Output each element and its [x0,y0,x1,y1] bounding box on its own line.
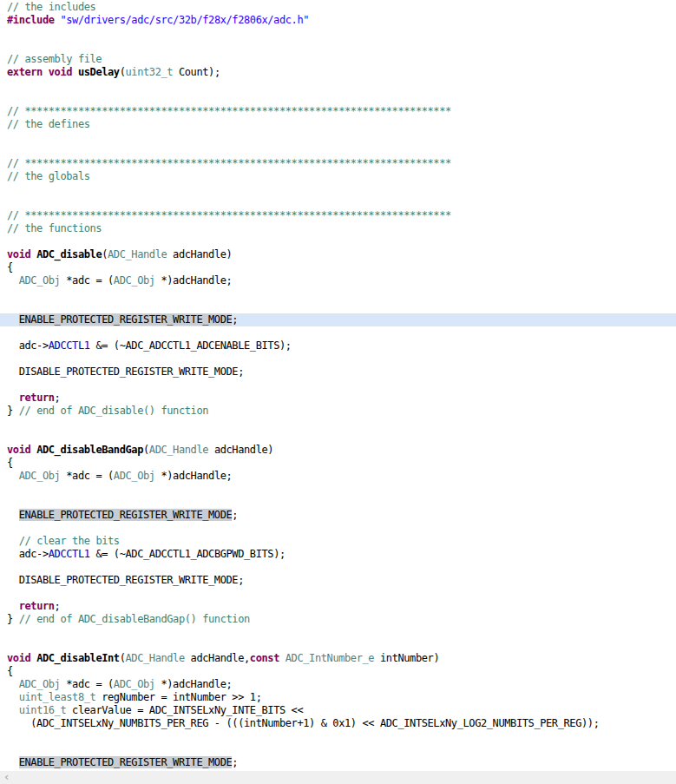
code-token: ADC_Obj [19,274,61,287]
code-line [0,235,676,248]
code-line [0,326,676,339]
code-line: uint_least8_t regNumber = intNumber >> 1… [0,691,676,704]
code-line [0,483,676,496]
horizontal-scrollbar[interactable]: ‹ [0,771,676,784]
code-line: } // end of ADC_disableBandGap() functio… [0,613,676,626]
code-token: ; [232,313,238,326]
code-line [0,300,676,313]
code-line: adc->ADCCTL1 &= (~ADC_ADCCTL1_ADCBGPWD_B… [0,548,676,561]
code-line: // clear the bits [0,535,676,548]
code-token: ADC_Handle [126,652,185,664]
code-token: // end of ADC_disable() function [19,405,208,417]
code-token: void [49,66,72,78]
code-token [279,652,285,664]
code-token: ADC_Obj [114,274,155,287]
code-line: } // end of ADC_disable() function [0,405,676,418]
code-token: // the defines [7,118,90,130]
code-token: ADC_Obj [114,678,155,690]
code-token: ADC_Handle [149,444,208,456]
code-token [7,313,19,326]
code-line: { [0,261,676,274]
code-line: ENABLE_PROTECTED_REGISTER_WRITE_MODE; [0,756,676,769]
code-token [7,678,19,690]
code-line: // the globals [0,170,676,183]
code-token: ; [232,756,238,768]
code-token: uint16_t [19,704,67,716]
code-line: // *************************************… [0,105,676,118]
code-line [0,27,676,40]
code-token: // clear the bits [19,535,120,547]
code-token: Count); [173,66,220,78]
code-line [0,131,676,144]
code-line [0,196,676,209]
code-token: uint32_t [126,66,174,78]
code-line: { [0,457,676,470]
code-token: ADC_Handle [108,248,167,260]
code-token: adcHandle) [167,248,232,260]
code-token: extern [7,66,43,78]
code-line: void ADC_disable(ADC_Handle adcHandle) [0,248,676,261]
code-token: (ADC_INTSELxNy_NUMBITS_PER_REG - (((intN… [7,717,599,729]
code-line: DISABLE_PROTECTED_REGISTER_WRITE_MODE; [0,366,676,379]
scroll-left-icon[interactable]: ‹ [4,771,9,784]
code-token: void [7,652,30,664]
code-token [7,470,19,482]
code-token [7,535,19,547]
code-line: #include "sw/drivers/adc/src/32b/f28x/f2… [0,14,676,27]
code-line [0,418,676,431]
code-token: return [19,600,55,612]
code-token: clearValue = ADC_INTSELxNy_INTE_BITS << [66,704,303,716]
code-editor-window: // the includes#include "sw/drivers/adc/… [0,0,676,784]
code-token: ADC_disableInt [36,652,120,664]
code-token: // *************************************… [7,209,451,221]
code-token: const [250,652,279,664]
code-token [7,392,19,404]
code-token: ADC_disableBandGap [36,444,143,456]
code-line: ADC_Obj *adc = (ADC_Obj *)adcHandle; [0,274,676,287]
code-line: uint16_t clearValue = ADC_INTSELxNy_INTE… [0,704,676,717]
code-line [0,431,676,444]
code-token: { [7,665,13,677]
code-line: // the functions [0,222,676,235]
code-line [0,79,676,92]
code-line: // assembly file [0,53,676,66]
code-token: ADCCTL1 [49,339,90,352]
code-line: return; [0,392,676,405]
code-token [7,600,19,612]
code-token: *adc = ( [60,678,113,690]
code-line: extern void usDelay(uint32_t Count); [0,66,676,79]
code-line [0,730,676,743]
code-line [0,587,676,600]
code-token: // assembly file [7,53,102,65]
code-token: intNumber) [374,652,439,664]
code-line [0,379,676,392]
occurrence-highlight: ENABLE_PROTECTED_REGISTER_WRITE_MODE [19,313,233,326]
code-token: usDelay [78,66,120,78]
code-token: { [7,261,13,273]
code-line [0,92,676,105]
code-token [7,509,19,521]
occurrence-highlight: ENABLE_PROTECTED_REGISTER_WRITE_MODE [19,756,233,768]
code-line: DISABLE_PROTECTED_REGISTER_WRITE_MODE; [0,574,676,587]
code-line [0,287,676,300]
code-token: ADCCTL1 [49,548,90,560]
code-token: "sw/drivers/adc/src/32b/f28x/f2806x/adc.… [60,14,309,26]
code-token: uint_least8_t [19,691,96,703]
code-token: ( [120,66,126,78]
code-token: ADC_Obj [114,470,155,482]
code-line [0,522,676,535]
code-line [0,40,676,53]
code-token: ADC_Obj [19,678,61,690]
code-token: // end of ADC_disableBandGap() function [19,613,250,625]
code-token [7,274,19,287]
code-line: void ADC_disableBandGap(ADC_Handle adcHa… [0,444,676,457]
code-token: // the globals [7,170,90,182]
code-token: // *************************************… [7,157,451,169]
code-line: // *************************************… [0,157,676,170]
code-token: ; [232,509,238,521]
code-editor[interactable]: // the includes#include "sw/drivers/adc/… [0,0,676,771]
code-line: void ADC_disableInt(ADC_Handle adcHandle… [0,652,676,665]
code-token: DISABLE_PROTECTED_REGISTER_WRITE_MODE; [7,366,244,378]
code-line: return; [0,600,676,613]
code-token: ( [120,652,126,664]
